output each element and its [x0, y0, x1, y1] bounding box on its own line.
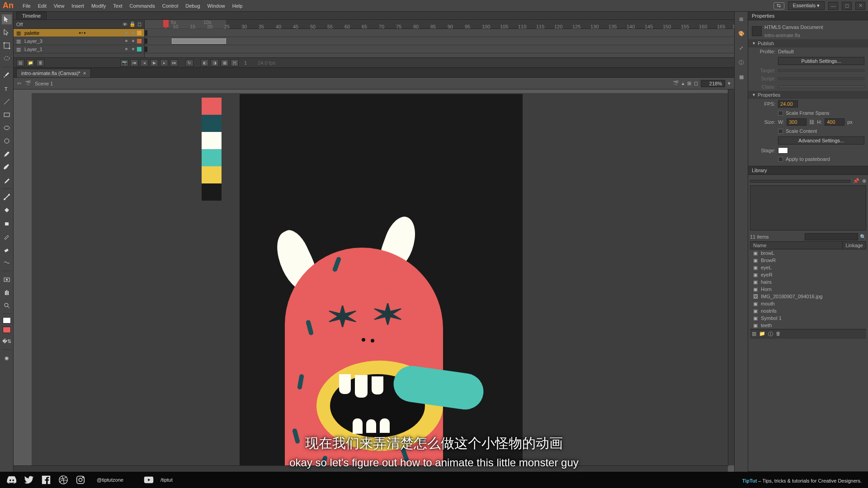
- align-panel-icon[interactable]: ⊞: [737, 14, 746, 23]
- menu-insert[interactable]: Insert: [68, 0, 88, 12]
- visibility-icon[interactable]: 👁: [123, 22, 127, 27]
- menu-modify[interactable]: Modify: [88, 0, 109, 12]
- library-panel-header[interactable]: Library: [748, 166, 868, 175]
- zoom-input[interactable]: 218%: [701, 80, 725, 87]
- stroke-color-swatch[interactable]: [3, 317, 11, 324]
- menu-control[interactable]: Control: [159, 0, 182, 12]
- width-input[interactable]: 300: [787, 118, 807, 126]
- hand-tool[interactable]: [2, 287, 12, 297]
- dribbble-icon[interactable]: [58, 474, 69, 485]
- new-lib-icon[interactable]: ⊕: [862, 178, 866, 184]
- menu-edit[interactable]: Edit: [34, 0, 50, 12]
- library-item[interactable]: ▣eyeL: [750, 264, 866, 271]
- outline-icon[interactable]: ◻: [137, 21, 142, 27]
- new-folder-button[interactable]: 📁: [759, 331, 765, 338]
- library-list[interactable]: ▣browL▣BrowR▣eyeL▣eyeR▣hairs▣Horn🖼IMG_20…: [750, 249, 866, 329]
- layer-row-layer1[interactable]: ▥ Layer_1: [14, 45, 144, 53]
- window-maximize-button[interactable]: ◻: [842, 2, 852, 10]
- lasso-tool[interactable]: [2, 54, 12, 64]
- properties-button[interactable]: ⓘ: [768, 331, 773, 338]
- new-folder-button[interactable]: 📁: [26, 59, 34, 66]
- window-close-button[interactable]: ✕: [855, 2, 865, 10]
- library-item[interactable]: 🖼IMG_20180907_094016.jpg: [750, 293, 866, 300]
- menu-text[interactable]: Text: [109, 0, 126, 12]
- delete-layer-button[interactable]: 🗑: [36, 59, 44, 66]
- youtube-icon[interactable]: [143, 474, 154, 485]
- free-transform-tool[interactable]: [2, 41, 12, 51]
- options-icon[interactable]: ◉: [2, 353, 12, 363]
- line-tool[interactable]: [2, 97, 12, 107]
- edit-scene-icon[interactable]: ▴: [682, 80, 684, 86]
- delete-button[interactable]: 🗑: [776, 331, 781, 338]
- swatches-panel-icon[interactable]: ▦: [737, 72, 746, 81]
- paint-bucket-tool[interactable]: [2, 205, 12, 215]
- library-linkage-column[interactable]: Linkage: [843, 242, 866, 249]
- goto-first-button[interactable]: ⏮: [130, 59, 138, 66]
- search-icon[interactable]: 🔍: [860, 234, 866, 240]
- document-tab[interactable]: intro-animate.fla (Canvas)* ×: [16, 69, 91, 77]
- step-forward-button[interactable]: ▸: [160, 59, 168, 66]
- discord-icon[interactable]: [6, 474, 17, 485]
- clip-content-icon[interactable]: ◻: [694, 80, 698, 86]
- text-tool[interactable]: T: [2, 84, 12, 94]
- facebook-icon[interactable]: [41, 474, 52, 485]
- menu-help[interactable]: Help: [229, 0, 246, 12]
- subselection-tool[interactable]: [2, 28, 12, 38]
- link-size-icon[interactable]: ⛓: [809, 119, 814, 125]
- bone-tool[interactable]: [2, 192, 12, 202]
- close-tab-icon[interactable]: ×: [83, 70, 86, 76]
- library-item[interactable]: ▣nostrils: [750, 307, 866, 314]
- zoom-dropdown-icon[interactable]: ▾: [728, 80, 731, 86]
- swap-colors-icon[interactable]: �⇅: [2, 336, 12, 346]
- library-doc-dropdown[interactable]: [750, 180, 850, 183]
- eyedropper-tool[interactable]: [2, 231, 12, 241]
- oval-tool[interactable]: [2, 123, 12, 133]
- onion-skin-button[interactable]: ◐: [201, 59, 209, 66]
- camera-toggle[interactable]: 📷: [120, 59, 128, 66]
- rectangle-tool[interactable]: [2, 110, 12, 120]
- width-tool[interactable]: [2, 258, 12, 267]
- library-item[interactable]: ▣hairs: [750, 278, 866, 286]
- layer-row-palette[interactable]: ▥ palette ◂ ▪ ▸: [14, 29, 144, 37]
- pencil-tool[interactable]: [2, 149, 12, 159]
- library-item[interactable]: ▣eyeR: [750, 271, 866, 278]
- properties-section-label[interactable]: Properties: [758, 92, 780, 98]
- properties-panel-header[interactable]: Properties: [748, 12, 868, 20]
- workspace-selector[interactable]: Essentials ▾: [788, 1, 825, 10]
- brush-tool[interactable]: [2, 162, 12, 172]
- library-search-input[interactable]: [805, 233, 859, 240]
- scale-content-checkbox[interactable]: [778, 129, 783, 134]
- new-symbol-button[interactable]: ▥: [752, 331, 756, 338]
- layer-row-layer3[interactable]: ▥ Layer_3: [14, 37, 144, 45]
- lock-icon[interactable]: 🔒: [129, 21, 136, 27]
- fill-color-swatch[interactable]: [3, 327, 11, 333]
- align-center-icon[interactable]: ⊞: [687, 80, 691, 86]
- library-item[interactable]: ▣browL: [750, 249, 866, 257]
- new-layer-button[interactable]: ▥: [16, 59, 24, 66]
- timeline-tab[interactable]: Timeline: [16, 12, 47, 19]
- menu-file[interactable]: File: [19, 0, 34, 12]
- ink-bottle-tool[interactable]: [2, 218, 12, 228]
- info-panel-icon[interactable]: ⓘ: [737, 58, 746, 67]
- transform-panel-icon[interactable]: ⤢: [737, 43, 746, 52]
- onion-outlines-button[interactable]: ◑: [211, 59, 219, 66]
- instagram-icon[interactable]: [75, 474, 86, 485]
- marker-button[interactable]: [•]: [231, 59, 239, 66]
- advanced-settings-button[interactable]: Advanced Settings...: [778, 136, 864, 145]
- stage[interactable]: ✶ ✶: [14, 89, 734, 472]
- back-icon[interactable]: ⇦: [17, 80, 21, 86]
- loop-button[interactable]: ↻: [185, 59, 193, 66]
- timeline-tracks[interactable]: 5s 10s 101520253035404550556065707580859…: [145, 20, 734, 57]
- clip-icon[interactable]: 🎬: [673, 80, 679, 86]
- timeline-ruler[interactable]: 5s 10s 101520253035404550556065707580859…: [145, 20, 734, 29]
- pen-tool[interactable]: [2, 70, 12, 80]
- publish-settings-button[interactable]: Publish Settings...: [778, 57, 864, 65]
- zoom-tool[interactable]: [2, 300, 12, 310]
- polystar-tool[interactable]: [2, 136, 12, 146]
- eraser-tool[interactable]: [2, 244, 12, 254]
- fps-input[interactable]: 24.00: [778, 100, 798, 108]
- vertical-scrollbar[interactable]: [728, 89, 734, 465]
- stage-color-swatch[interactable]: [778, 147, 788, 154]
- color-panel-icon[interactable]: 🎨: [737, 29, 746, 38]
- menu-window[interactable]: Window: [204, 0, 229, 12]
